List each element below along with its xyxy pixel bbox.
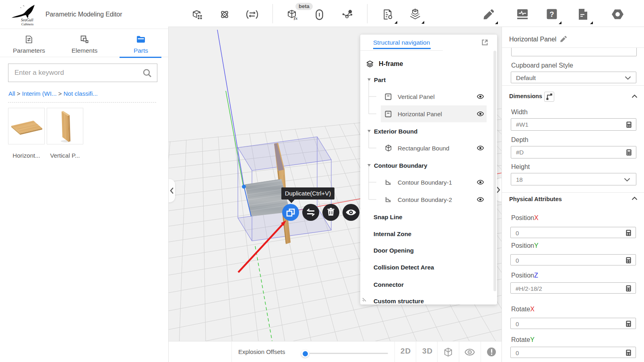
svg-text:Cabinets: Cabinets xyxy=(21,22,34,26)
svg-text:?: ? xyxy=(550,10,554,19)
svg-text:fx: fx xyxy=(294,16,298,20)
svg-text:SeaGull: SeaGull xyxy=(21,18,33,22)
